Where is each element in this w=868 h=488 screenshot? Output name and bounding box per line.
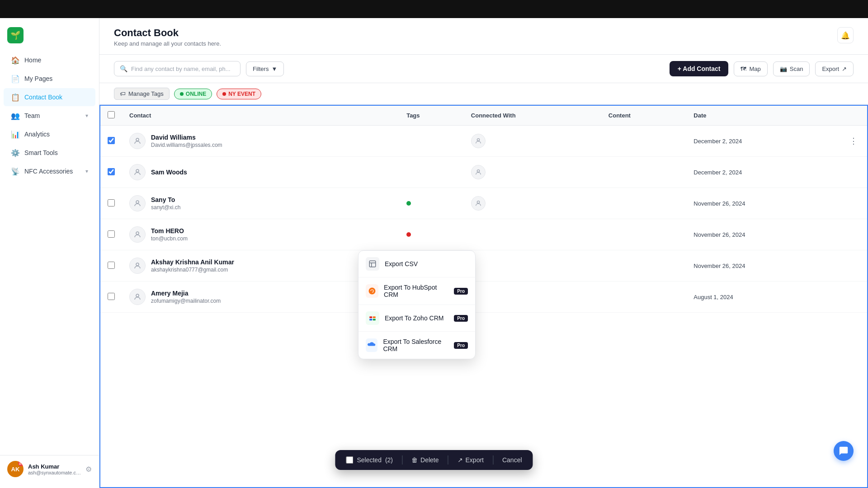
actions-cell-5 — [840, 250, 867, 282]
notification-bell-icon[interactable]: 🔔 — [837, 27, 854, 43]
settings-icon[interactable]: ⚙ — [85, 465, 92, 474]
sidebar-item-team-label: Team — [24, 112, 40, 119]
analytics-icon: 📊 — [11, 130, 20, 139]
sidebar-item-nfc-accessories[interactable]: 📡 NFC Accessories ▾ — [4, 162, 95, 180]
sidebar-item-analytics[interactable]: 📊 Analytics — [4, 125, 95, 143]
row-checkbox-4[interactable] — [108, 230, 115, 238]
export-hubspot-item[interactable]: Export To HubSpot CRM Pro — [359, 277, 475, 305]
selected-checkbox[interactable] — [346, 456, 353, 464]
export-csv-item[interactable]: Export CSV — [359, 251, 475, 277]
actions-cell-4 — [840, 219, 867, 250]
contact-cell-2: Sam Woods — [129, 164, 392, 180]
toolbar: 🔍 Filters ▼ + Add Contact 🗺 Map 📷 Scan E… — [99, 55, 868, 83]
more-options-button-1[interactable]: ⋮ — [847, 135, 860, 147]
tag-online-label: ONLINE — [186, 91, 206, 97]
main-content: Contact Book Keep and manage all your co… — [99, 18, 868, 488]
svg-point-6 — [136, 232, 139, 235]
sidebar-item-smart-tools[interactable]: ⚙️ Smart Tools — [4, 144, 95, 162]
action-bar: Selected (2) 🗑 Delete ↗ Export Cancel — [335, 450, 533, 470]
filter-button[interactable]: Filters ▼ — [246, 61, 284, 76]
salesforce-pro-badge: Pro — [454, 342, 468, 349]
search-input[interactable] — [131, 66, 235, 72]
header-left: Contact Book Keep and manage all your co… — [114, 27, 221, 47]
zoho-icon — [366, 311, 379, 325]
manage-tags-button[interactable]: 🏷 Manage Tags — [114, 88, 170, 100]
sidebar-item-my-pages-label: My Pages — [24, 75, 52, 82]
sidebar-item-home-label: Home — [24, 56, 41, 64]
tag-online[interactable]: ONLINE — [174, 89, 212, 99]
export-button[interactable]: Export ↗ — [815, 61, 854, 76]
export-zoho-item[interactable]: Export To Zoho CRM Pro — [359, 305, 475, 332]
sidebar: 🌱 🏠 Home 📄 My Pages 📋 Contact Book 👥 Tea… — [0, 18, 99, 488]
contact-avatar-4 — [129, 226, 146, 243]
add-contact-button[interactable]: + Add Contact — [670, 61, 729, 76]
export-zoho-label: Export To Zoho CRM — [385, 314, 443, 322]
contact-name-1: David Williams — [151, 134, 222, 141]
row-checkbox-5[interactable] — [108, 262, 115, 269]
notification-badge: 23 — [18, 461, 24, 466]
sidebar-item-my-pages[interactable]: 📄 My Pages — [4, 70, 95, 88]
actions-cell-6 — [840, 282, 867, 313]
sidebar-item-home[interactable]: 🏠 Home — [4, 51, 95, 69]
actions-cell-3 — [840, 188, 867, 219]
sidebar-item-contact-book[interactable]: 📋 Contact Book — [4, 88, 95, 106]
tag-ny-event[interactable]: NY EVENT — [217, 89, 261, 99]
home-icon: 🏠 — [11, 56, 20, 65]
table-row: Tom HERO ton@ucbn.com November 26, 2024 — [100, 219, 867, 250]
row-checkbox-2[interactable] — [108, 168, 115, 175]
row-checkbox-1[interactable] — [108, 137, 115, 144]
ny-event-dot — [222, 92, 226, 96]
svg-rect-12 — [373, 316, 376, 318]
row-checkbox-6[interactable] — [108, 293, 115, 300]
action-bar-divider2 — [448, 455, 448, 465]
team-icon: 👥 — [11, 111, 20, 120]
zoho-pro-badge: Pro — [454, 315, 468, 322]
map-button[interactable]: 🗺 Map — [734, 61, 767, 76]
table-row: Amery Mejia zofumamigy@mailinator.com Au… — [100, 282, 867, 313]
sidebar-logo: 🌱 — [0, 23, 99, 51]
sidebar-item-team[interactable]: 👥 Team ▾ — [4, 107, 95, 125]
content-cell-5 — [601, 250, 686, 282]
content-cell-3 — [601, 188, 686, 219]
col-content: Content — [601, 106, 686, 126]
scan-button[interactable]: 📷 Scan — [773, 61, 810, 76]
svg-point-3 — [477, 170, 479, 172]
delete-button[interactable]: 🗑 Delete — [411, 456, 439, 464]
col-contact: Contact — [122, 106, 399, 126]
user-email: ash@synxautomate.com — [28, 470, 81, 475]
action-export-button[interactable]: ↗ Export — [458, 456, 484, 464]
connected-cell-2 — [464, 157, 601, 188]
svg-point-10 — [369, 288, 376, 295]
date-cell-2: December 2, 2024 — [686, 157, 840, 188]
export-salesforce-label: Export To Salesforce CRM — [383, 338, 448, 352]
scan-label: Scan — [790, 66, 803, 72]
tag-icon: 🏷 — [120, 90, 126, 97]
contact-book-icon: 📋 — [11, 93, 20, 102]
export-csv-label: Export CSV — [385, 260, 418, 267]
contact-email-3: sanyt@xi.ch — [151, 204, 181, 211]
connected-cell-3 — [464, 188, 601, 219]
contact-email-6: zofumamigy@mailinator.com — [151, 298, 221, 304]
table-row: Akshay Krishna Anil Kumar akshaykrishna0… — [100, 250, 867, 282]
cancel-button[interactable]: Cancel — [502, 456, 522, 464]
sidebar-item-smart-tools-label: Smart Tools — [24, 149, 58, 156]
content-cell-6 — [601, 282, 686, 313]
chat-bubble-button[interactable] — [834, 441, 854, 461]
contact-name-4: Tom HERO — [151, 227, 188, 235]
date-cell-1: December 2, 2024 — [686, 126, 840, 157]
tags-bar: 🏷 Manage Tags ONLINE NY EVENT — [99, 83, 868, 105]
export-salesforce-item[interactable]: Export To Salesforce CRM Pro — [359, 332, 475, 359]
connected-icon-1 — [471, 134, 486, 148]
select-all-checkbox[interactable] — [108, 111, 115, 118]
row-checkbox-3[interactable] — [108, 199, 115, 206]
export-action-label: Export — [466, 456, 484, 464]
svg-rect-14 — [373, 319, 376, 321]
connected-cell-5 — [464, 250, 601, 282]
filter-icon: ▼ — [271, 66, 277, 72]
map-icon: 🗺 — [741, 66, 746, 72]
contact-name-3: Sany To — [151, 196, 181, 203]
map-label: Map — [749, 66, 760, 72]
main-header: Contact Book Keep and manage all your co… — [99, 18, 868, 55]
table-row: Sam Woods December 2, 2024 — [100, 157, 867, 188]
search-box[interactable]: 🔍 — [114, 61, 241, 76]
